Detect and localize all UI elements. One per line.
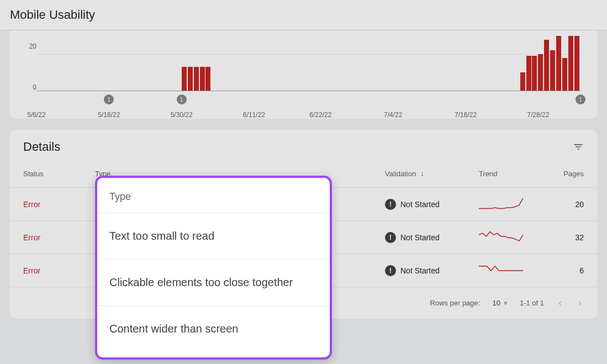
chart-marker[interactable]: 1	[104, 94, 114, 104]
trend-sparkline	[479, 230, 523, 243]
sort-descending-icon: ↓	[420, 169, 424, 178]
col-header-status[interactable]: Status	[23, 170, 95, 178]
x-tick: 6/22/22	[309, 111, 331, 119]
chart-bar[interactable]	[194, 67, 199, 91]
chart-bar[interactable]	[562, 58, 567, 91]
chart-bar[interactable]	[550, 50, 555, 91]
chart-marker[interactable]: 1	[177, 94, 187, 104]
chart-bar[interactable]	[556, 36, 561, 91]
y-tick: 0	[14, 83, 36, 91]
chart-marker[interactable]: 1	[576, 94, 585, 104]
chart-card: 20 0 5/6/225/18/225/30/226/11/226/22/227…	[10, 30, 597, 119]
cell-trend	[479, 230, 551, 245]
chart-plot-area	[36, 36, 580, 91]
cell-pages: 32	[551, 233, 584, 242]
details-title: Details	[23, 140, 60, 154]
chart-bar[interactable]	[520, 72, 525, 91]
validation-header-label: Validation	[385, 170, 416, 178]
validation-text: Not Started	[400, 200, 440, 209]
popup-title: Type	[97, 178, 330, 213]
popup-item[interactable]: Clickable elements too close together	[97, 260, 330, 306]
trend-sparkline	[479, 263, 523, 276]
rows-per-page-value: 10	[492, 299, 500, 307]
filter-icon[interactable]	[573, 141, 584, 152]
cell-pages: 20	[551, 200, 584, 209]
pager-next-button[interactable]: ›	[576, 295, 584, 311]
validation-text: Not Started	[400, 233, 440, 242]
chart-bar[interactable]	[568, 36, 573, 91]
cell-pages: 6	[551, 266, 584, 275]
exclamation-icon: !	[385, 232, 396, 243]
exclamation-icon: !	[385, 265, 396, 276]
chart-bar[interactable]	[182, 67, 187, 91]
chart-y-axis: 20 0	[14, 36, 36, 108]
cell-status: Error	[23, 200, 95, 209]
page-header: Mobile Usability	[0, 0, 607, 30]
rows-per-page-label: Rows per page:	[430, 299, 480, 307]
chart-x-axis: 5/6/225/18/225/30/226/11/226/22/227/4/22…	[36, 91, 580, 119]
cell-validation: !Not Started	[385, 232, 479, 243]
chart-bar[interactable]	[188, 67, 193, 91]
trend-sparkline	[479, 197, 523, 210]
col-header-validation[interactable]: Validation ↓	[385, 169, 479, 178]
cell-validation: !Not Started	[385, 265, 479, 276]
page-title: Mobile Usability	[10, 8, 597, 22]
exclamation-icon: !	[385, 199, 396, 210]
y-tick: 20	[14, 43, 36, 50]
popup-item[interactable]: Text too small to read	[97, 213, 330, 260]
chart-bar[interactable]	[538, 54, 543, 91]
cell-trend	[479, 263, 551, 278]
pager-prev-button[interactable]: ‹	[556, 295, 564, 311]
col-header-trend[interactable]: Trend	[479, 170, 551, 178]
cell-validation: !Not Started	[385, 199, 479, 210]
chart-bar[interactable]	[544, 40, 549, 91]
chart-bar[interactable]	[205, 67, 210, 91]
x-tick: 5/30/22	[171, 111, 193, 119]
chart-bar[interactable]	[526, 56, 531, 91]
x-tick: 7/28/22	[527, 111, 549, 119]
popup-item[interactable]: Content wider than screen	[97, 306, 330, 352]
x-tick: 7/4/22	[384, 111, 402, 119]
validation-text: Not Started	[400, 266, 440, 275]
type-popup: Type Text too small to read Clickable el…	[95, 176, 332, 360]
rows-per-page-select[interactable]: 10 ▾	[492, 299, 507, 307]
chart-bar[interactable]	[574, 36, 579, 91]
dropdown-icon: ▾	[504, 299, 508, 307]
col-header-pages[interactable]: Pages	[551, 170, 584, 178]
cell-status: Error	[23, 266, 95, 275]
pager-range: 1-1 of 1	[520, 299, 544, 307]
cell-status: Error	[23, 233, 95, 242]
cell-trend	[479, 197, 551, 212]
x-tick: 5/18/22	[98, 111, 120, 119]
x-tick: 7/16/22	[455, 111, 477, 119]
x-tick: 6/11/22	[243, 111, 265, 119]
chart-bar[interactable]	[532, 56, 537, 91]
chart-bar[interactable]	[200, 67, 205, 91]
x-tick: 5/6/22	[27, 111, 45, 119]
